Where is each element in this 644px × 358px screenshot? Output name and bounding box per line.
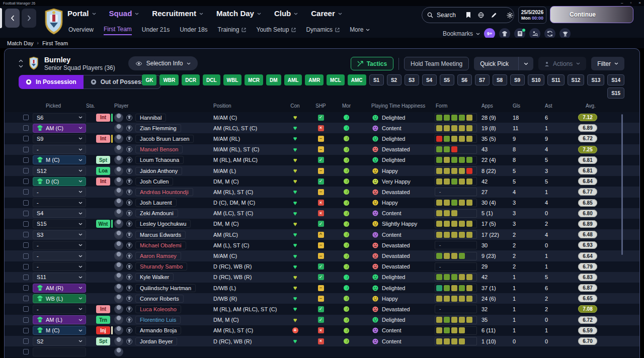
slot-chip-s1[interactable]: S1 [369, 74, 384, 85]
slot-chip-s3[interactable]: S3 [405, 74, 419, 85]
column-header[interactable]: Con [282, 103, 308, 109]
row-checkbox[interactable] [23, 242, 29, 248]
row-checkbox[interactable] [23, 200, 29, 206]
picked-dropdown[interactable]: S9 [33, 134, 86, 143]
row-checkbox[interactable] [23, 264, 29, 270]
column-header[interactable]: Player [114, 103, 213, 109]
position-chip-amc[interactable]: AMC [348, 74, 366, 85]
player-shirt-icon[interactable] [126, 221, 132, 227]
picked-dropdown[interactable]: AM (C) [33, 124, 86, 133]
picked-dropdown[interactable]: S2 [33, 337, 86, 346]
selection-info-dropdown[interactable]: Selection Info [128, 56, 198, 70]
picked-dropdown[interactable]: - [33, 305, 86, 314]
player-shirt-icon[interactable] [126, 242, 132, 248]
tab-first-team[interactable]: First Team [104, 26, 132, 35]
club-name[interactable]: Burnley [44, 56, 115, 64]
row-checkbox[interactable] [23, 317, 29, 323]
picked-dropdown[interactable]: - [33, 145, 86, 154]
picked-dropdown[interactable]: WB (L) [33, 294, 86, 303]
row-checkbox[interactable] [23, 296, 29, 301]
picked-dropdown[interactable]: - [33, 251, 86, 260]
picked-dropdown[interactable]: S3 [33, 230, 86, 239]
menu-portal[interactable]: Portal [67, 9, 96, 18]
row-checkbox[interactable] [23, 189, 29, 195]
breadcrumb-item[interactable]: First Team [42, 40, 68, 46]
player-name[interactable]: Jacob Bruun Larsen [135, 135, 194, 143]
picked-dropdown[interactable]: S11 [33, 273, 86, 282]
settings-button[interactable] [502, 8, 514, 23]
position-chip-gk[interactable]: GK [142, 74, 156, 85]
position-chip-amr[interactable]: AMR [305, 74, 324, 85]
tactics-button[interactable]: Tactics [351, 57, 393, 70]
player-shirt-icon[interactable] [126, 274, 132, 280]
continue-button[interactable]: Continue [550, 6, 633, 23]
column-header[interactable]: Apps [477, 103, 509, 109]
player-shirt-icon[interactable] [126, 210, 132, 216]
picked-dropdown[interactable]: S12 [33, 166, 86, 175]
menu-match-day[interactable]: Match Day [216, 9, 261, 18]
player-name[interactable]: Hannibal [135, 114, 166, 122]
menu-recruitment[interactable]: Recruitment [152, 9, 203, 18]
row-checkbox[interactable] [23, 285, 29, 291]
picked-dropdown[interactable]: D (C) [33, 177, 86, 186]
player-shirt-icon[interactable] [126, 125, 132, 131]
slot-chip-s15[interactable]: S15 [607, 87, 624, 99]
position-chip-aml[interactable]: AML [284, 74, 302, 85]
player-name[interactable]: Jaidon Anthony [135, 167, 182, 175]
player-shirt-icon[interactable] [126, 232, 132, 238]
player-name[interactable]: Marcus Edwards [135, 231, 186, 239]
position-chip-wbr[interactable]: WBR [159, 74, 179, 85]
row-checkbox[interactable] [23, 338, 29, 344]
column-header[interactable]: Form [435, 103, 477, 109]
edit-icon[interactable] [491, 13, 497, 18]
row-checkbox[interactable] [23, 136, 29, 141]
player-shirt-icon[interactable] [126, 189, 132, 195]
tab-overview[interactable]: Overview [68, 26, 94, 35]
picked-dropdown[interactable]: S6 [33, 113, 86, 122]
tab-youth-setup[interactable]: Youth Setup [256, 26, 296, 35]
quick-pick-chevron[interactable] [518, 57, 533, 70]
slot-chip-s5[interactable]: S5 [440, 74, 454, 85]
player-name[interactable]: Loum Tchaouna [135, 156, 184, 164]
hold-team-meeting-button[interactable]: Hold Team Meeting [404, 57, 469, 70]
player-name[interactable]: Michael Obafemi [135, 241, 186, 249]
filter-button[interactable]: Filter [591, 57, 624, 70]
player-name[interactable]: Zeki Amdouni [135, 209, 178, 217]
player-shirt-icon[interactable] [126, 306, 132, 312]
tab-training[interactable]: Training [218, 26, 247, 35]
position-chip-wbl[interactable]: WBL [223, 74, 242, 85]
player-name[interactable]: Zian Flemming [135, 124, 181, 132]
picked-dropdown[interactable]: - [33, 262, 86, 271]
picked-dropdown[interactable]: AM (L) [33, 315, 86, 324]
column-header[interactable]: Avg. [573, 103, 608, 109]
slot-chip-s14[interactable]: S14 [607, 74, 624, 85]
scrollbar[interactable] [621, 114, 623, 255]
breadcrumb-item[interactable]: Match Day [7, 40, 34, 46]
slot-chip-s13[interactable]: S13 [587, 74, 604, 85]
picked-dropdown[interactable]: M (C) [33, 326, 86, 335]
slot-chip-s11[interactable]: S11 [547, 74, 564, 85]
menu-squad[interactable]: Squad [109, 9, 139, 18]
player-shirt-icon[interactable] [126, 168, 132, 174]
player-shirt-icon[interactable] [126, 296, 132, 302]
position-chip-dcr[interactable]: DCR [182, 74, 200, 85]
slot-chip-s4[interactable]: S4 [422, 74, 437, 85]
player-name[interactable]: Josh Cullen [135, 177, 173, 186]
player-name[interactable]: Aaron Ramsey [135, 252, 181, 260]
search-button[interactable]: Search [422, 8, 461, 23]
player-name[interactable]: Lesley Ugochukwu [135, 220, 191, 228]
row-checkbox[interactable] [23, 178, 29, 184]
player-shirt-icon[interactable] [126, 263, 132, 270]
column-header[interactable]: Sta. [86, 103, 114, 109]
minimize-button[interactable]: – [621, 1, 623, 5]
player-name[interactable]: Connor Roberts [135, 295, 184, 303]
slot-chip-s2[interactable]: S2 [387, 74, 401, 85]
position-chip-mcr[interactable]: MCR [245, 74, 263, 85]
menu-club[interactable]: Club [274, 9, 298, 18]
slot-chip-s9[interactable]: S9 [510, 74, 525, 85]
world-icon[interactable] [478, 12, 484, 18]
picked-dropdown[interactable]: AM (R) [33, 284, 86, 293]
maximize-button[interactable]: ▫ [630, 1, 631, 5]
column-header[interactable]: Gls [509, 103, 541, 109]
slot-chip-s7[interactable]: S7 [475, 74, 490, 85]
